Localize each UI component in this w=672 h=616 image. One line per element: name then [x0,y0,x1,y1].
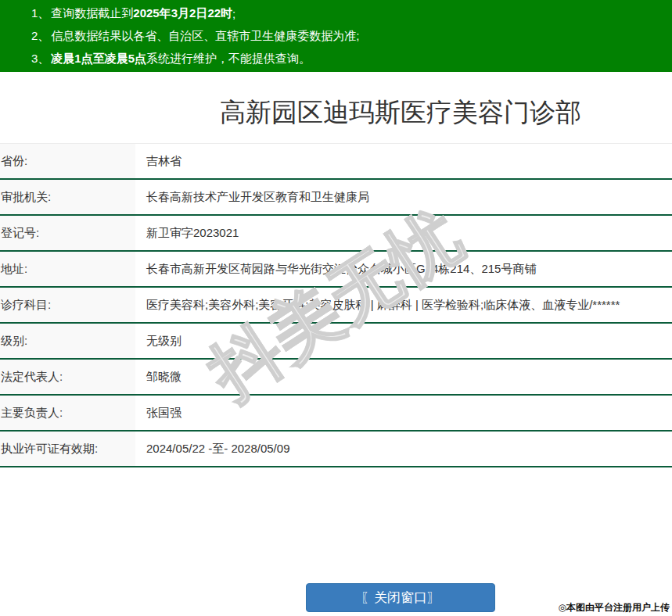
notice-item-number: 1、 [31,6,49,21]
notice-item: 2、信息数据结果以各省、自治区、直辖市卫生健康委数据为准; [0,25,672,48]
table-row: 主要负责人: 张国强 [0,396,672,432]
table-row: 诊疗科目: 医疗美容科;美容外科;美容牙科;美容皮肤科 | 麻醉科 | 医学检验… [0,288,672,324]
notice-item-text-post: 系统进行维护，不能提供查询。 [146,52,311,66]
row-value: 2024/05/22 -至- 2028/05/09 [135,432,672,466]
row-value: 无级别 [135,324,672,358]
notice-item-text-post: ; [232,7,235,20]
row-value: 吉林省 [135,144,672,178]
row-value: 新卫审字2023021 [135,216,672,250]
page-title: 高新园区迪玛斯医疗美容门诊部 [0,95,672,130]
row-label: 登记号: [0,216,135,250]
row-label: 审批机关: [0,180,135,214]
table-row: 法定代表人: 邹晓微 [0,360,672,396]
upload-caption: ◎本图由平台注册用户上传 [559,601,670,614]
row-label: 地址: [0,252,135,286]
table-row: 省份: 吉林省 [0,144,672,180]
row-label: 执业许可证有效期: [0,432,135,466]
row-value: 医疗美容科;美容外科;美容牙科;美容皮肤科 | 麻醉科 | 医学检验科;临床体液… [135,288,672,322]
table-row: 执业许可证有效期: 2024/05/22 -至- 2028/05/09 [0,432,672,467]
table-row: 审批机关: 长春高新技术产业开发区教育和卫生健康局 [0,180,672,216]
notice-item-number: 2、 [31,29,49,44]
notice-item-text-bold: 凌晨1点至凌晨5点 [51,52,146,66]
page: 1、查询数据截止到2025年3月2日22时; 2、信息数据结果以各省、自治区、直… [0,0,672,616]
row-label: 级别: [0,324,135,358]
info-table: 省份: 吉林省 审批机关: 长春高新技术产业开发区教育和卫生健康局 登记号: 新… [0,143,672,467]
notice-item-text-bold: 2025年3月2日22时 [133,6,232,21]
row-value: 张国强 [135,396,672,430]
notice-item: 3、凌晨1点至凌晨5点系统进行维护，不能提供查询。 [0,48,672,70]
table-row: 登记号: 新卫审字2023021 [0,216,672,252]
table-row: 级别: 无级别 [0,324,672,360]
row-value: 长春高新技术产业开发区教育和卫生健康局 [135,180,672,214]
row-label: 主要负责人: [0,396,135,430]
table-row: 地址: 长春市高新开发区荷园路与华光街交汇怡众名城小区G14栋214、215号商… [0,252,672,288]
notice-item-text-pre: 查询数据截止到 [51,6,133,21]
notice-list: 1、查询数据截止到2025年3月2日22时; 2、信息数据结果以各省、自治区、直… [0,2,672,70]
page-viewport: 1、查询数据截止到2025年3月2日22时; 2、信息数据结果以各省、自治区、直… [0,0,672,616]
row-value: 邹晓微 [135,360,672,394]
close-window-button[interactable]: 〖关闭窗口〗 [306,583,495,612]
notice-item: 1、查询数据截止到2025年3月2日22时; [0,2,672,25]
row-value: 长春市高新开发区荷园路与华光街交汇怡众名城小区G14栋214、215号商铺 [135,252,672,286]
row-label: 法定代表人: [0,360,135,394]
notice-item-number: 3、 [31,52,49,66]
notice-banner: 1、查询数据截止到2025年3月2日22时; 2、信息数据结果以各省、自治区、直… [0,0,672,72]
notice-item-text-pre: 信息数据结果以各省、自治区、直辖市卫生健康委数据为准; [51,29,359,44]
row-label: 诊疗科目: [0,288,135,322]
row-label: 省份: [0,144,135,178]
